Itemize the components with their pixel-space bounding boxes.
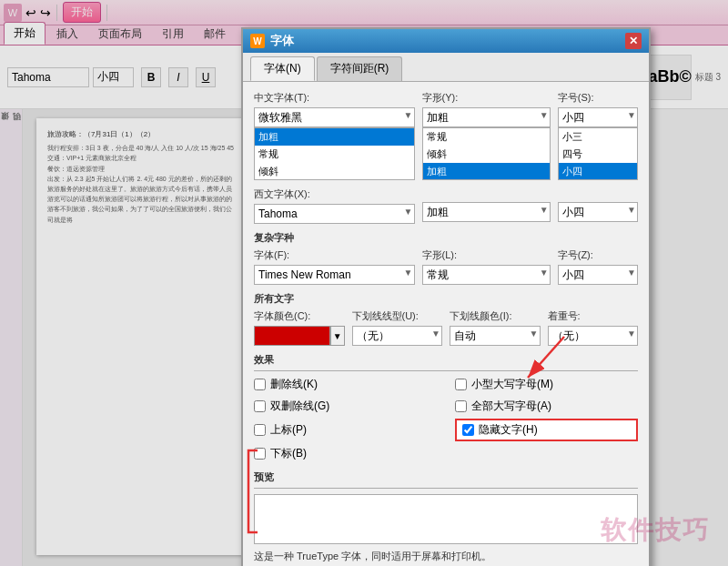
cn-style-item-bold[interactable]: 加粗 [423,163,550,180]
subscript-label: 下标(B) [270,446,307,461]
cn-size-item-4[interactable]: 四号 [559,146,637,163]
dialog-title-icon: W [250,34,265,48]
western-style-select[interactable]: 加粗 [422,202,551,222]
info-text: 这是一种 TrueType 字体，同时适用于屏幕和打印机。 [254,550,638,563]
small-caps-label: 小型大写字母(M) [471,377,553,392]
emphasis-label: 着重号: [548,309,639,323]
cn-font-label: 中文字体(T): [254,91,415,105]
cn-font-col: 中文字体(T): 微软雅黑 ▼ 加粗 常规 倾斜 [254,91,415,180]
effects-section-title: 效果 [254,353,638,367]
complex-size-col: 字号(Z): 小四 ▼ [558,248,638,285]
cn-font-select-wrapper: 微软雅黑 ▼ [254,107,415,127]
strikethrough-checkbox[interactable] [254,379,266,390]
cn-size-label: 字号(S): [558,91,638,105]
complex-font-label: 字体(F): [254,248,415,262]
dialog-body: 中文字体(T): 微软雅黑 ▼ 加粗 常规 倾斜 字形(Y): 加粗 [243,82,649,566]
preview-area [254,494,638,544]
cn-style-select[interactable]: 加粗 [422,107,551,127]
font-color-dropdown-btn[interactable]: ▼ [330,326,344,346]
complex-style-select-wrapper: 常规 ▼ [422,265,551,285]
alltext-label: 所有文字 [254,292,638,306]
cn-style-list[interactable]: 常规 倾斜 加粗 [422,127,551,180]
strikethrough-label: 删除线(K) [270,377,318,392]
emphasis-select-wrapper: （无） ▼ [548,326,639,346]
cn-font-list-item-regular[interactable]: 常规 [255,146,414,163]
underline-type-select-wrapper: （无） ▼ [352,326,443,346]
superscript-label: 上标(P) [270,422,307,438]
cn-font-select[interactable]: 微软雅黑 [254,107,415,127]
complex-style-select[interactable]: 常规 [422,265,551,285]
complex-style-label: 字形(L): [422,248,551,262]
font-color-swatch[interactable] [254,326,330,346]
cn-style-col: 字形(Y): 加粗 ▼ 常规 倾斜 加粗 [422,91,551,180]
western-size-select-wrapper: 小四 ▼ [558,202,638,222]
font-color-control: ▼ [254,326,345,346]
western-font-row: 西文字体(X): Tahoma ▼ 加粗 ▼ [254,187,638,224]
all-caps-checkbox[interactable] [455,400,467,412]
complex-style-col: 字形(L): 常规 ▼ [422,248,551,285]
complex-size-select-wrapper: 小四 ▼ [558,265,638,285]
font-color-label: 字体颜色(C): [254,309,345,323]
tab-font[interactable]: 字体(N) [250,56,315,81]
tab-spacing[interactable]: 字符间距(R) [317,56,403,81]
dialog-title: 字体 [270,33,294,49]
complex-font-col: 字体(F): Times New Roman ▼ [254,248,415,285]
underline-color-col: 下划线颜色(I): 自动 ▼ [450,309,541,346]
complex-size-select[interactable]: 小四 [558,265,638,285]
preview-divider [254,488,638,489]
cn-size-select[interactable]: 小四 [558,107,638,127]
strikethrough-row[interactable]: 删除线(K) [254,375,437,394]
underline-color-select[interactable]: 自动 [450,326,541,346]
cn-size-select-wrapper: 小四 ▼ [558,107,638,127]
dialog-titlebar: W 字体 ✕ [243,29,649,53]
western-font-label: 西文字体(X): [254,187,415,201]
double-strikethrough-label: 双删除线(G) [270,399,329,414]
all-caps-row[interactable]: 全部大写字母(A) [455,397,638,416]
subscript-checkbox[interactable] [254,448,266,460]
cn-size-list[interactable]: 小三 四号 小四 [558,127,638,180]
hidden-text-row[interactable]: 隐藏文字(H) [455,419,638,441]
complex-font-select-wrapper: Times New Roman ▼ [254,265,415,285]
western-size-col: 小四 ▼ [558,187,638,224]
double-strikethrough-checkbox[interactable] [254,400,266,412]
hidden-text-checkbox[interactable] [462,424,474,436]
superscript-checkbox[interactable] [254,424,266,436]
dialog-tabs: 字体(N) 字符间距(R) [243,53,649,82]
double-strikethrough-row[interactable]: 双删除线(G) [254,397,437,416]
underline-color-select-wrapper: 自动 ▼ [450,326,541,346]
western-size-select[interactable]: 小四 [558,202,638,222]
underline-type-col: 下划线线型(U): （无） ▼ [352,309,443,346]
subscript-row[interactable]: 下标(B) [254,444,437,463]
emphasis-select[interactable]: （无） [548,326,639,346]
preview-title: 预览 [254,470,638,484]
complex-font-section-title: 复杂字种 [254,231,638,245]
cn-font-list[interactable]: 加粗 常规 倾斜 [254,127,415,180]
cn-font-list-item-selected[interactable]: 加粗 [255,128,414,146]
cn-style-label: 字形(Y): [422,91,551,105]
emphasis-col: 着重号: （无） ▼ [548,309,639,346]
cn-style-item-italic[interactable]: 倾斜 [423,146,550,163]
cn-size-col: 字号(S): 小四 ▼ 小三 四号 小四 [558,91,638,180]
complex-size-label: 字号(Z): [558,248,638,262]
small-caps-checkbox[interactable] [455,379,467,390]
western-style-select-wrapper: 加粗 ▼ [422,202,551,222]
effects-divider [254,370,638,371]
western-font-col: 西文字体(X): Tahoma ▼ [254,187,415,224]
complex-font-row: 字体(F): Times New Roman ▼ 字形(L): 常规 ▼ [254,248,638,285]
complex-font-select[interactable]: Times New Roman [254,265,415,285]
small-caps-row[interactable]: 小型大写字母(M) [455,375,638,394]
underline-type-select[interactable]: （无） [352,326,443,346]
superscript-row[interactable]: 上标(P) [254,419,437,441]
dialog-close-btn[interactable]: ✕ [625,33,642,49]
font-dialog: W 字体 ✕ 字体(N) 字符间距(R) 中文字体(T): 微软雅黑 ▼ 加粗 [241,27,651,566]
font-color-col: 字体颜色(C): ▼ [254,309,345,346]
cn-style-item-regular[interactable]: 常规 [423,128,550,146]
cn-size-item-small4[interactable]: 小四 [559,163,637,180]
cn-font-list-item-italic[interactable]: 倾斜 [255,163,414,180]
all-caps-label: 全部大写字母(A) [471,399,551,414]
western-font-select[interactable]: Tahoma [254,204,415,224]
cn-size-item-small3[interactable]: 小三 [559,128,637,146]
western-font-select-wrapper: Tahoma ▼ [254,204,415,224]
cn-font-row: 中文字体(T): 微软雅黑 ▼ 加粗 常规 倾斜 字形(Y): 加粗 [254,91,638,180]
hidden-text-label: 隐藏文字(H) [479,422,538,438]
